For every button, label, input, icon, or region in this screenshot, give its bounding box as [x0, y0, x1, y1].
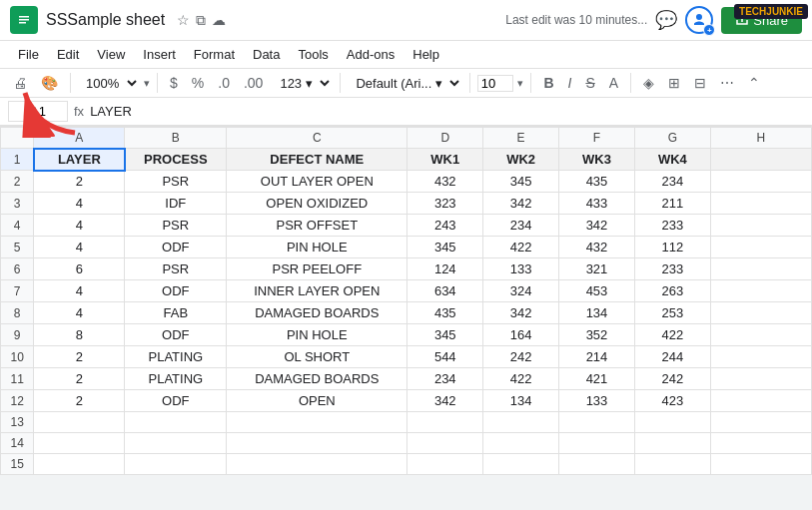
- cell-10-5[interactable]: 133: [559, 390, 635, 412]
- cell-1-0[interactable]: 4: [34, 193, 125, 215]
- cell-1-6[interactable]: 211: [634, 193, 710, 215]
- cell-8-4[interactable]: 242: [483, 346, 559, 368]
- cell-7-7[interactable]: [710, 324, 811, 346]
- cell-13-4[interactable]: [483, 454, 559, 475]
- cell-3-3[interactable]: 345: [407, 237, 483, 258]
- cell-13-5[interactable]: [559, 454, 635, 475]
- cell-5-1[interactable]: ODF: [125, 280, 227, 302]
- cell-11-2[interactable]: [227, 412, 407, 433]
- cell-9-3[interactable]: 234: [407, 368, 483, 390]
- cell-4-4[interactable]: 133: [483, 258, 559, 280]
- cell-9-0[interactable]: 2: [34, 368, 125, 390]
- cell-3-1[interactable]: ODF: [125, 237, 227, 258]
- cell-4-3[interactable]: 124: [407, 258, 483, 280]
- cell-4-7[interactable]: [710, 258, 811, 280]
- cell-6-4[interactable]: 342: [483, 302, 559, 324]
- comment-button[interactable]: 💬: [655, 9, 677, 31]
- cell-12-7[interactable]: [710, 433, 811, 454]
- cell-10-3[interactable]: 342: [407, 390, 483, 412]
- menu-addons[interactable]: Add-ons: [339, 43, 403, 66]
- cell-13-3[interactable]: [407, 454, 483, 475]
- cell-3-0[interactable]: 4: [34, 237, 125, 258]
- col-header-h[interactable]: H: [710, 128, 811, 149]
- cell-0-3[interactable]: 432: [407, 171, 483, 193]
- borders-button[interactable]: ⊞: [663, 72, 685, 94]
- font-select[interactable]: Default (Ari... ▾: [348, 73, 462, 94]
- italic-button[interactable]: I: [563, 72, 577, 94]
- cell-5-7[interactable]: [710, 280, 811, 302]
- bold-button[interactable]: B: [538, 72, 558, 94]
- text-color-button[interactable]: A: [604, 72, 623, 94]
- cell-6-0[interactable]: 4: [34, 302, 125, 324]
- cell-8-1[interactable]: PLATING: [125, 346, 227, 368]
- cell-g1[interactable]: WK4: [634, 149, 710, 171]
- cell-1-2[interactable]: OPEN OXIDIZED: [227, 193, 407, 215]
- cloud-icon[interactable]: ☁: [212, 12, 226, 28]
- cell-13-2[interactable]: [227, 454, 407, 475]
- strikethrough-button[interactable]: S: [580, 72, 599, 94]
- cell-13-0[interactable]: [34, 454, 125, 475]
- cell-2-3[interactable]: 243: [407, 215, 483, 237]
- font-size-input[interactable]: [477, 75, 513, 92]
- cell-d1[interactable]: WK1: [407, 149, 483, 171]
- cell-9-5[interactable]: 421: [559, 368, 635, 390]
- cell-0-1[interactable]: PSR: [125, 171, 227, 193]
- cell-11-5[interactable]: [559, 412, 635, 433]
- cell-1-3[interactable]: 323: [407, 193, 483, 215]
- cell-7-3[interactable]: 345: [407, 324, 483, 346]
- cell-1-1[interactable]: IDF: [125, 193, 227, 215]
- cell-10-0[interactable]: 2: [34, 390, 125, 412]
- menu-view[interactable]: View: [89, 43, 133, 66]
- cell-6-7[interactable]: [710, 302, 811, 324]
- cell-0-6[interactable]: 234: [634, 171, 710, 193]
- cell-7-2[interactable]: PIN HOLE: [227, 324, 407, 346]
- cell-2-1[interactable]: PSR: [125, 215, 227, 237]
- cell-8-2[interactable]: OL SHORT: [227, 346, 407, 368]
- cell-1-4[interactable]: 342: [483, 193, 559, 215]
- cell-5-2[interactable]: INNER LAYER OPEN: [227, 280, 407, 302]
- col-header-f[interactable]: F: [559, 128, 635, 149]
- col-header-e[interactable]: E: [483, 128, 559, 149]
- menu-format[interactable]: Format: [186, 43, 243, 66]
- cell-7-6[interactable]: 422: [634, 324, 710, 346]
- cell-12-5[interactable]: [559, 433, 635, 454]
- cell-3-4[interactable]: 422: [483, 237, 559, 258]
- col-header-g[interactable]: G: [634, 128, 710, 149]
- cell-9-6[interactable]: 242: [634, 368, 710, 390]
- cell-0-0[interactable]: 2: [34, 171, 125, 193]
- cell-9-1[interactable]: PLATING: [125, 368, 227, 390]
- col-header-b[interactable]: B: [125, 128, 227, 149]
- cell-7-4[interactable]: 164: [483, 324, 559, 346]
- cell-12-1[interactable]: [125, 433, 227, 454]
- cell-4-5[interactable]: 321: [559, 258, 635, 280]
- cell-4-0[interactable]: 6: [34, 258, 125, 280]
- menu-edit[interactable]: Edit: [49, 43, 87, 66]
- cell-8-5[interactable]: 214: [559, 346, 635, 368]
- decimal-increase-button[interactable]: .00: [239, 72, 268, 94]
- cell-13-1[interactable]: [125, 454, 227, 475]
- zoom-select[interactable]: 100%: [78, 73, 140, 94]
- cell-5-5[interactable]: 453: [559, 280, 635, 302]
- cell-4-1[interactable]: PSR: [125, 258, 227, 280]
- expand-toolbar-button[interactable]: ⌃: [743, 72, 765, 94]
- menu-file[interactable]: File: [10, 43, 47, 66]
- cell-5-0[interactable]: 4: [34, 280, 125, 302]
- menu-help[interactable]: Help: [405, 43, 447, 66]
- cell-h1[interactable]: [710, 149, 811, 171]
- cell-8-7[interactable]: [710, 346, 811, 368]
- menu-data[interactable]: Data: [245, 43, 288, 66]
- menu-insert[interactable]: Insert: [135, 43, 184, 66]
- menu-tools[interactable]: Tools: [290, 43, 336, 66]
- cell-reference[interactable]: A1: [8, 101, 68, 122]
- highlight-button[interactable]: ◈: [638, 72, 659, 94]
- cell-2-6[interactable]: 233: [634, 215, 710, 237]
- cell-8-6[interactable]: 244: [634, 346, 710, 368]
- cell-6-5[interactable]: 134: [559, 302, 635, 324]
- cell-9-7[interactable]: [710, 368, 811, 390]
- star-icon[interactable]: ☆: [177, 12, 190, 28]
- more-formats-select[interactable]: 123 ▾: [272, 73, 333, 94]
- cell-2-2[interactable]: PSR OFFSET: [227, 215, 407, 237]
- cell-a1[interactable]: LAYER: [34, 149, 125, 171]
- cell-1-5[interactable]: 433: [559, 193, 635, 215]
- cell-6-2[interactable]: DAMAGED BOARDS: [227, 302, 407, 324]
